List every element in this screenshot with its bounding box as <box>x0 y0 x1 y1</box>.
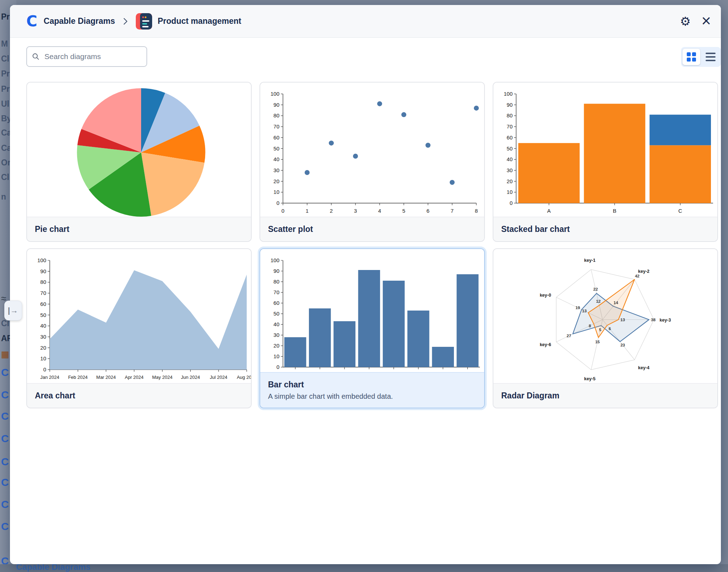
svg-text:60: 60 <box>507 134 513 141</box>
svg-text:23: 23 <box>620 343 625 347</box>
settings-gear-icon[interactable]: ⚙ <box>680 15 691 27</box>
svg-text:40: 40 <box>273 156 279 162</box>
search-input[interactable] <box>44 52 141 61</box>
svg-text:80: 80 <box>273 112 279 118</box>
svg-text:10: 10 <box>273 189 279 195</box>
radar-diagram-preview: key-0key-1key-2key-3key-4key-5key-619221… <box>493 249 717 383</box>
svg-text:90: 90 <box>40 268 46 274</box>
svg-text:90: 90 <box>273 102 279 108</box>
list-view-button[interactable] <box>702 49 719 65</box>
card-title: Scatter plot <box>268 224 476 234</box>
svg-text:4: 4 <box>378 208 381 214</box>
svg-text:14: 14 <box>614 301 618 305</box>
card-title: Area chart <box>35 391 243 401</box>
svg-text:50: 50 <box>40 312 46 318</box>
svg-text:Jul 2024: Jul 2024 <box>210 375 227 380</box>
card-title: Pie chart <box>35 224 243 234</box>
sidebar-expand-handle[interactable]: |→ <box>4 301 22 321</box>
page-title: Product management <box>158 16 241 26</box>
svg-text:12: 12 <box>596 299 601 303</box>
svg-text:0: 0 <box>510 200 513 206</box>
svg-text:100: 100 <box>271 91 279 97</box>
background-sidebar-item: C <box>1 366 9 378</box>
diagram-grid: Pie chart 010203040506070809010001234567… <box>26 82 718 408</box>
svg-text:70: 70 <box>507 123 513 129</box>
svg-text:6: 6 <box>609 327 611 331</box>
bar-chart-preview: 0102030405060708090100ABCDEFGH <box>260 249 484 372</box>
svg-text:5: 5 <box>402 208 405 214</box>
svg-text:0: 0 <box>277 364 279 370</box>
diagram-card-scatter-plot[interactable]: 0102030405060708090100012345678 Scatter … <box>259 82 485 242</box>
background-sidebar-item: C <box>1 433 9 445</box>
svg-text:B: B <box>613 208 616 214</box>
svg-text:B: B <box>318 371 322 372</box>
svg-text:C: C <box>343 371 347 372</box>
svg-text:key-3: key-3 <box>660 318 671 323</box>
background-sidebar-item: C <box>1 476 9 488</box>
background-bottom-bar <box>0 564 728 572</box>
svg-text:E: E <box>392 371 396 372</box>
svg-text:60: 60 <box>273 300 279 306</box>
diagram-card-pie-chart[interactable]: Pie chart <box>26 82 252 242</box>
svg-text:100: 100 <box>37 257 46 263</box>
background-sidebar-item: M <box>1 39 8 49</box>
svg-text:30: 30 <box>40 334 46 340</box>
svg-text:60: 60 <box>273 134 279 141</box>
close-icon[interactable]: × <box>701 12 711 29</box>
svg-text:38: 38 <box>651 318 655 322</box>
card-footer: Stacked bar chart <box>493 217 717 241</box>
svg-text:42: 42 <box>635 274 639 278</box>
chevron-right-icon <box>123 17 128 26</box>
diagram-card-stacked-bar-chart[interactable]: 0102030405060708090100ABC Stacked bar ch… <box>493 82 718 242</box>
background-sidebar-item: C <box>1 389 9 401</box>
svg-text:80: 80 <box>507 112 513 118</box>
svg-text:G: G <box>441 371 445 372</box>
svg-text:13: 13 <box>620 318 625 322</box>
svg-text:10: 10 <box>40 355 46 361</box>
svg-text:Aug 2024: Aug 2024 <box>237 375 251 380</box>
svg-text:15: 15 <box>595 340 600 344</box>
grid-view-button[interactable] <box>682 49 700 65</box>
svg-text:100: 100 <box>271 257 279 263</box>
view-mode-toggle <box>681 47 721 67</box>
svg-text:D: D <box>367 371 371 372</box>
svg-text:0: 0 <box>43 366 46 372</box>
svg-text:13: 13 <box>582 309 587 313</box>
svg-text:20: 20 <box>273 343 279 349</box>
svg-text:7: 7 <box>451 208 454 214</box>
svg-text:90: 90 <box>507 102 513 108</box>
svg-text:5: 5 <box>599 328 601 332</box>
svg-text:1: 1 <box>306 208 309 214</box>
search-box[interactable] <box>26 46 147 67</box>
svg-text:A: A <box>547 208 551 214</box>
svg-text:19: 19 <box>576 306 580 310</box>
scatter-plot-preview: 0102030405060708090100012345678 <box>260 83 484 217</box>
svg-text:50: 50 <box>273 145 279 152</box>
svg-text:70: 70 <box>273 123 279 129</box>
background-sidebar-item: C <box>1 520 9 533</box>
svg-text:40: 40 <box>507 156 513 162</box>
svg-text:20: 20 <box>273 178 279 184</box>
diagram-card-area-chart[interactable]: 0102030405060708090100Jan 2024Feb 2024Ma… <box>26 248 252 408</box>
svg-text:Mar 2024: Mar 2024 <box>96 375 116 380</box>
svg-text:8: 8 <box>589 324 591 328</box>
search-icon <box>32 52 39 61</box>
background-sidebar-item: Cl <box>1 54 9 64</box>
svg-text:Jan 2024: Jan 2024 <box>40 375 59 380</box>
card-footer: Bar chart A simple bar chart with embedd… <box>260 372 484 408</box>
diagram-card-radar-diagram[interactable]: key-0key-1key-2key-3key-4key-5key-619221… <box>493 248 718 408</box>
card-footer: Pie chart <box>27 217 251 241</box>
diagram-picker-dialog: C Capable Diagrams Product management ⚙ … <box>10 5 721 564</box>
card-title: Bar chart <box>268 380 476 390</box>
svg-text:70: 70 <box>273 289 279 295</box>
diagram-card-bar-chart[interactable]: 0102030405060708090100ABCDEFGH Bar chart… <box>259 248 485 408</box>
background-sidebar-item: C <box>1 498 9 510</box>
svg-text:50: 50 <box>273 311 279 317</box>
svg-text:20: 20 <box>40 345 46 351</box>
breadcrumb-capable-diagrams[interactable]: Capable Diagrams <box>44 16 115 26</box>
background-sidebar-item: Ul <box>1 99 9 109</box>
svg-text:6: 6 <box>427 208 429 214</box>
card-footer: Area chart <box>27 383 251 408</box>
product-management-app-icon <box>136 13 152 30</box>
card-title: Stacked bar chart <box>501 224 710 234</box>
